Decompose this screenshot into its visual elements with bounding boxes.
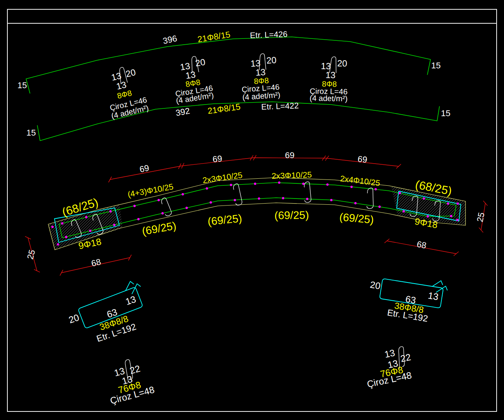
rebar-dot [450,215,452,217]
rebar-dot [61,222,63,225]
rebar-dot [399,192,401,194]
rebar-dot [374,188,377,190]
bottom-spacing-label-4: (69/25) [339,211,374,226]
cad-canvas[interactable]: 396 21Φ8/15 Etr. L=426 15 15 392 21Φ8/15… [0,0,504,420]
top-chord-hook-right-label: 15 [431,61,441,70]
rebar-dot [109,210,112,213]
rebar-dot [306,198,308,200]
dim-25-left-label: 25 [25,249,37,260]
bottom-chord-etr-label: Etr. L=422 [261,101,299,111]
ciroz-group-4-dim-c-label: 13 [326,70,336,80]
rebar-dot [51,226,54,228]
dim-tick [34,268,40,274]
top-chord-spec-label: 21Φ8/15 [197,30,231,44]
dim-69-label-2: 69 [212,153,223,164]
rebar-dot [326,183,329,186]
rebar-dot [65,236,67,238]
ciroz-right-dim-b-label: 22 [399,352,412,364]
rebar-dot [254,183,256,185]
rebar-dot [137,218,140,220]
top-spacing-label-2: 2x3Φ10/25 [202,170,243,185]
beam-elevation-view: 69 69 69 69 25 25 68 [25,150,488,275]
rebar-dot [234,199,236,201]
dim-69-label-3: 69 [285,150,294,160]
rebar-dot [278,181,280,184]
rebar-dot [182,193,184,195]
ciroz-right-dim-a-label: 13 [383,347,396,360]
rebar-dot [378,206,381,208]
left-width-dim: 68 [59,255,132,275]
stirrup-plan-view: 396 21Φ8/15 Etr. L=426 15 15 392 21Φ8/15… [18,30,450,141]
rebar-dot [330,199,332,201]
rebar-dot [456,219,458,221]
rebar-dot [113,224,116,226]
rebar-dot [85,216,88,218]
rebar-dot [57,243,59,246]
dim-68-right-label: 68 [416,239,427,251]
ciroz-group-2-dim-b-label: 20 [194,57,206,68]
ciroz-group-4-dim-b-label: 20 [337,58,347,68]
rebar-dot [133,205,136,207]
ciroz-group-4: 13 20 13 8Φ8 Çiroz L=46 (4 adet/m²) [310,57,348,103]
ciroz-group-4-note-label: (4 adet/m²) [310,94,348,103]
rebar-dot [230,184,232,186]
ciroz-detail-left: 13 22 13 76Φ8 Çiroz L=48 [109,359,156,406]
stirrup-detail-left: 20 63 13 38Φ8/8 Etr. L=192 [67,279,147,344]
top-chord-hook-left-label: 15 [18,80,27,90]
rebar-dot [186,207,188,209]
bottom-spacing-label-3: (69/25) [274,209,309,222]
right-depth-dim: 25 [475,201,488,232]
s-hook-icon [233,183,242,206]
dim-25-right-label: 25 [475,211,486,223]
ciroz-group-3: 13 20 13 8Φ8 Çiroz L=46 (4 adet/m²) [242,54,281,102]
rebar-dot [354,202,357,204]
dim-tick [108,177,112,182]
stirrup-left-dim-right-label: 13 [124,294,137,307]
dim-tick [128,255,132,260]
rebar-dot [89,230,91,232]
ciroz-group-2: 13 20 13 8Φ8 Çiroz L=46 (4 adet/m²) [175,56,214,105]
rebar-dot [282,197,284,199]
left-depth-dim: 25 [25,235,40,274]
bottom-chord-length-label: 392 [175,106,191,118]
top-spacing-label-3: 2x3Φ10/25 [271,170,312,181]
rebar-dot [158,199,160,201]
dim-69-label-4: 69 [357,154,368,164]
dim-68-left-label: 68 [90,257,102,268]
top-chord-etr-label: Etr. L=426 [250,30,287,40]
rebar-dot [457,202,459,205]
dim-tick [454,251,458,256]
rebar-dot [258,197,260,200]
beam-s-hooks [70,181,443,238]
ciroz-group-1: 13 20 13 8Φ8 Çiroz L=46 (4 adet/m²) [109,67,149,120]
bottom-chord-hook-left-label: 15 [26,128,36,138]
rebar-dot [402,210,405,213]
ciroz-group-1-dim-b-label: 20 [125,67,137,79]
rebar-dot [210,201,212,204]
stirrup-right-dim-left-label: 20 [369,279,382,291]
rebar-dot [302,183,304,185]
bottom-spacing-label-2: (69/25) [207,212,242,228]
bottom-chord-hook-right-label: 15 [441,108,450,118]
rebar-dot [427,215,429,218]
stirrup-left-dim-left-label: 20 [67,312,80,325]
dim-tick [25,235,31,240]
top-spacing-label-4: 2x4Φ10/25 [340,174,380,187]
ciroz-group-3-dim-b-label: 20 [266,55,276,66]
dim-tick [385,238,389,244]
top-chord-line [26,37,430,93]
rebar-dot [350,186,353,188]
dim-69-label-1: 69 [139,163,150,174]
rebar-dot [447,202,449,205]
stirrup-right-dim-right-label: 13 [427,290,439,302]
top-spacing-label-1: (4+3)Φ10/25 [127,182,174,199]
dim-tick [59,270,64,275]
rebar-dot [161,212,164,214]
ciroz-detail-right: 13 22 13 76Φ8 Çiroz L=48 [366,347,413,390]
right-width-dim: 68 [385,238,458,256]
stirrup-detail-right: 20 63 13 38Φ8/8 Etr. L=192 [369,272,449,324]
rebar-dot [206,187,208,190]
top-chord-length-label: 396 [162,33,178,46]
rebar-dot [423,197,425,200]
